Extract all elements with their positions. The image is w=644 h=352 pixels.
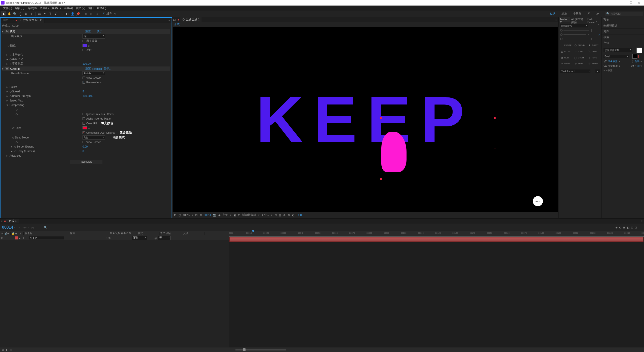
stopwatch-icon[interactable]: ◇ — [14, 150, 17, 153]
menu-effect[interactable]: 效果(T) — [50, 6, 62, 11]
motion-btn-excite[interactable]: ＋EXCITE — [560, 43, 572, 48]
help-search[interactable]: 🔍 — [605, 12, 643, 16]
border-strength-value[interactable]: 100.00% — [83, 94, 93, 97]
motion-radio-1[interactable] — [560, 29, 562, 31]
tool-shape-group[interactable]: ■ — [83, 11, 88, 16]
twirl-icon[interactable]: ▸ — [11, 145, 14, 148]
tool-rect[interactable]: ▭ — [37, 11, 42, 16]
layer-name[interactable]: KEEP — [29, 236, 64, 239]
snapshot-icon[interactable]: 📷 — [213, 214, 216, 217]
twirl-icon[interactable]: ▾ — [2, 30, 5, 33]
twirl-icon[interactable]: ▸ — [7, 58, 10, 61]
tool-brush[interactable]: 🖌 — [53, 11, 58, 16]
motion-version-dropdown[interactable]: Motion v2 — [560, 24, 588, 27]
tool-hand[interactable]: ✋ — [7, 11, 12, 16]
twirl-icon[interactable]: ▾ — [2, 67, 5, 70]
col-mode[interactable]: 模式 — [137, 232, 159, 235]
font-weight-dropdown[interactable]: Bold — [603, 55, 629, 58]
workspace-small[interactable]: 小屏幕 — [570, 11, 584, 16]
tab-close-icon[interactable]: × — [11, 18, 15, 23]
search-icon[interactable]: 🔍 — [44, 226, 48, 229]
viewport-text-layer[interactable]: KEEP — [256, 82, 474, 157]
speed-value[interactable]: 5 — [83, 90, 84, 93]
preview-input-checkbox[interactable] — [83, 81, 85, 84]
stopwatch-icon[interactable]: ◇ — [16, 113, 18, 116]
motion-btn-warp[interactable]: ~WARP — [560, 61, 572, 66]
motion-btn-spin[interactable]: ↻SPIN — [574, 61, 586, 66]
maximize-button[interactable]: ☐ — [627, 1, 635, 5]
tool-zoom[interactable]: 🔍 — [12, 11, 17, 16]
autofill-about[interactable]: 关于... — [104, 67, 111, 71]
task-launch-dropdown[interactable]: Task Launch — [560, 69, 590, 73]
tab-project[interactable]: 项目 — [1, 18, 11, 23]
motion-btn-burst[interactable]: ✦BURST — [588, 43, 600, 48]
roi-icon[interactable]: ▣ — [233, 214, 236, 217]
workspace-default[interactable]: 默认 — [547, 11, 558, 16]
twirl-icon[interactable]: ▸ — [7, 94, 10, 97]
timeline-ruler[interactable]: 0000000100002000030000400005000060000700… — [229, 231, 644, 236]
tool-selection[interactable]: ▶ — [1, 11, 6, 16]
stopwatch-icon[interactable]: ◇ — [10, 62, 12, 65]
menu-edit[interactable]: 编辑(E) — [14, 6, 26, 11]
channel-icon[interactable]: ◈ — [218, 214, 220, 217]
panel-menu-icon[interactable]: ≡ — [554, 17, 558, 22]
motion-slider-1[interactable] — [564, 30, 589, 30]
tl-tool-4[interactable]: ◧ — [627, 226, 629, 229]
kerning-value[interactable]: 度量标准 — [608, 64, 618, 68]
motion-radio-2[interactable] — [560, 33, 562, 36]
snap-checkbox[interactable] — [103, 13, 105, 15]
grid-icon[interactable]: ⊞ — [199, 214, 202, 217]
delay-value[interactable]: 0 — [83, 150, 84, 153]
col-eye[interactable]: 👁 — [0, 232, 4, 235]
stroke-width-value[interactable]: - 像素 — [606, 69, 613, 72]
minimize-button[interactable]: ─ — [619, 1, 627, 5]
layer-visibility-icon[interactable]: 👁 — [0, 236, 4, 239]
bbox-handle[interactable] — [380, 117, 382, 119]
current-time-indicator[interactable] — [253, 231, 253, 242]
tl-footer-icon3[interactable]: {} — [10, 348, 12, 351]
eyedropper-icon[interactable]: ⌕ — [88, 126, 90, 129]
col-lock[interactable]: 🔒 — [11, 232, 14, 235]
tab-effect-controls[interactable]: ⬡ 效果控件 KEEP — [17, 18, 45, 23]
fill-color-swatch[interactable] — [83, 44, 87, 47]
twirl-icon[interactable]: ▾ — [7, 103, 10, 107]
col-audio[interactable]: 🔊 — [4, 232, 7, 235]
layer-color-label[interactable] — [15, 236, 18, 239]
eyedropper-icon[interactable]: ⌕ — [634, 49, 635, 52]
col-solo[interactable]: ● — [7, 232, 11, 235]
tool-rotate[interactable]: ↻ — [23, 11, 28, 16]
vp-icon2[interactable]: ▤ — [279, 214, 281, 217]
autofill-register[interactable]: Register — [92, 67, 102, 70]
workspace-standard[interactable]: 标准 — [558, 11, 570, 16]
exposure-value[interactable]: +0.0 — [297, 214, 302, 217]
motion-btn-name[interactable]: ＼NAME — [588, 49, 600, 54]
section-preview[interactable]: 预览 — [601, 17, 644, 23]
tool-eraser[interactable]: ◧ — [64, 11, 69, 16]
motion-btn-orbit[interactable]: ◯ORBIT — [574, 56, 586, 60]
tool-clone[interactable]: ⎌ — [59, 11, 64, 16]
no-stroke-icon[interactable] — [638, 55, 642, 58]
growth-source-dropdown[interactable]: Points — [83, 71, 105, 75]
comp-over-checkbox[interactable] — [83, 131, 85, 134]
tab-motion2[interactable]: Motion 2 — [559, 17, 570, 22]
tool-local-axis[interactable]: ⊞ — [89, 11, 94, 16]
tl-footer-icon2[interactable]: ◧ — [6, 348, 8, 351]
marker-icon[interactable]: × — [0, 220, 4, 223]
opacity-value[interactable]: 100.0% — [83, 62, 92, 65]
section-align[interactable]: 对齐 — [601, 29, 644, 34]
col-switches[interactable]: ✱◈＼fx▣◐⊙⊕ — [109, 232, 137, 235]
panel-menu-icon[interactable]: ≡ — [639, 219, 644, 223]
comp-tab[interactable]: ⬡ 合成 合成 1 — [180, 17, 202, 22]
resimulate-button[interactable]: Resimulate — [70, 160, 102, 164]
motion-btn-clone[interactable]: ⊞CLONE — [560, 49, 572, 54]
stopwatch-icon[interactable]: ◇ — [12, 136, 15, 139]
tl-tool-3[interactable]: ⊞ — [623, 226, 625, 229]
text-fill-color[interactable] — [636, 48, 642, 53]
tool-orbit[interactable]: ◯ — [18, 11, 23, 16]
font-size-value[interactable]: 324 像素 — [608, 60, 617, 63]
camera-dropdown[interactable]: 活动摄像机 — [242, 213, 256, 217]
autofill-reset[interactable]: 重置 — [85, 67, 91, 71]
tl-tool-1[interactable]: ⊕ — [615, 226, 618, 229]
motion-btn-stare[interactable]: ✧STARE — [588, 61, 600, 66]
stopwatch-icon[interactable]: ◇ — [10, 94, 12, 97]
